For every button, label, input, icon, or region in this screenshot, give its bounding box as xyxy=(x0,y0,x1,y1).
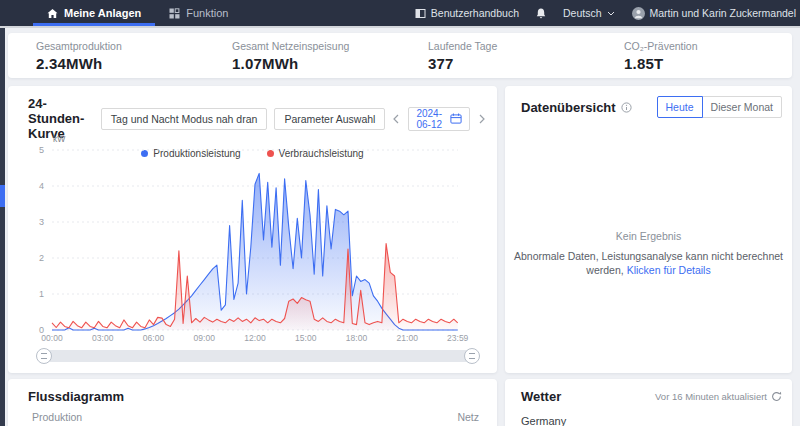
stat-value: 1.85T xyxy=(624,55,792,72)
stat-label: Gesamtproduktion xyxy=(36,40,204,52)
navbar-divider xyxy=(0,26,800,28)
svg-text:21:00: 21:00 xyxy=(397,333,419,343)
weather-panel: Wetter Vor 16 Minuten aktualisiert Germa… xyxy=(505,379,792,426)
slider-handle-right[interactable] xyxy=(464,348,480,364)
summary-stats-card: Gesamtproduktion 2.34MWh Gesamt Netzeins… xyxy=(8,33,792,78)
svg-text:1: 1 xyxy=(39,289,44,299)
info-icon[interactable] xyxy=(621,102,632,113)
stat-total-production: Gesamtproduktion 2.34MWh xyxy=(8,40,204,72)
svg-text:09:00: 09:00 xyxy=(194,333,216,343)
date-picker[interactable]: 2024-06-12 xyxy=(408,107,470,131)
stat-value: 377 xyxy=(428,55,596,72)
date-value: 2024-06-12 xyxy=(416,108,442,130)
day-night-mode-button[interactable]: Tag und Nacht Modus nah dran xyxy=(101,108,268,130)
curve-chart[interactable]: 012345kW00:0003:0006:0009:0012:0015:0018… xyxy=(18,133,494,345)
drag-handle-icon xyxy=(41,353,47,359)
chart-zoom-slider[interactable] xyxy=(36,348,480,364)
flow-grid-label: Netz xyxy=(431,411,479,423)
book-icon xyxy=(415,8,426,19)
user-name: Martin und Karin Zuckermandel xyxy=(650,7,796,19)
drag-handle-icon xyxy=(469,353,475,359)
flow-diagram-panel: Flussdiagramm Produktion 3.66kW Netz 963… xyxy=(8,379,497,426)
language-selector[interactable]: Deutsch xyxy=(563,7,615,19)
panel-title: Wetter xyxy=(521,389,561,404)
parameter-select-button[interactable]: Parameter Auswahl xyxy=(274,108,385,130)
svg-text:15:00: 15:00 xyxy=(295,333,317,343)
next-day-button[interactable] xyxy=(477,114,486,124)
svg-text:12:00: 12:00 xyxy=(244,333,266,343)
svg-text:18:00: 18:00 xyxy=(346,333,368,343)
tab-label: Funktion xyxy=(186,7,228,19)
avatar xyxy=(632,7,645,20)
data-overview-panel: Datenübersicht Heute Dieser Monat Kein E… xyxy=(505,86,792,373)
top-navbar: Meine Anlagen Funktion Benutzerh xyxy=(0,0,800,26)
flow-production-label: Produktion xyxy=(32,411,82,423)
scroll-rail-thumb[interactable] xyxy=(0,185,5,207)
tab-dieser-monat[interactable]: Dieser Monat xyxy=(702,96,782,118)
svg-text:kW: kW xyxy=(53,134,65,144)
user-menu[interactable]: Martin und Karin Zuckermandel xyxy=(632,7,796,20)
flow-production: Produktion 3.66kW xyxy=(32,411,82,426)
curve-panel: 24-Stunden-Kurve Tag und Nacht Modus nah… xyxy=(8,86,497,373)
slider-handle-left[interactable] xyxy=(36,348,52,364)
weather-updated-label: Vor 16 Minuten aktualisiert xyxy=(655,391,767,402)
apps-grid-icon xyxy=(169,8,180,19)
navbar-actions: Benutzerhandbuch Deutsch xyxy=(415,7,800,20)
bell-icon xyxy=(536,8,546,19)
svg-text:3: 3 xyxy=(39,217,44,227)
stat-value: 1.07MWh xyxy=(232,55,400,72)
empty-state-title: Kein Ergebnis xyxy=(513,230,784,242)
scroll-rail[interactable] xyxy=(0,28,5,426)
previous-day-button[interactable] xyxy=(392,114,401,124)
tab-funktion[interactable]: Funktion xyxy=(155,0,242,26)
stat-total-feed-in: Gesamt Netzeinspeisung 1.07MWh xyxy=(204,40,400,72)
svg-text:23:59: 23:59 xyxy=(447,333,469,343)
svg-text:4: 4 xyxy=(39,181,44,191)
weather-location: Germany xyxy=(505,404,792,426)
weather-updated: Vor 16 Minuten aktualisiert xyxy=(655,391,782,402)
user-manual-link[interactable]: Benutzerhandbuch xyxy=(415,7,519,19)
stat-running-days: Laufende Tage 377 xyxy=(400,40,596,72)
chevron-right-icon xyxy=(478,114,485,124)
notifications-button[interactable] xyxy=(536,8,546,19)
slider-track[interactable] xyxy=(43,350,473,362)
tab-meine-anlagen[interactable]: Meine Anlagen xyxy=(33,0,155,26)
tab-label: Meine Anlagen xyxy=(64,7,141,19)
stat-co2-prevention: CO₂-Prävention 1.85T xyxy=(596,40,792,72)
stat-label: CO₂-Prävention xyxy=(624,40,792,52)
svg-text:2: 2 xyxy=(39,253,44,263)
details-link[interactable]: Klicken für Details xyxy=(627,264,711,276)
calendar-icon xyxy=(450,113,462,124)
stat-value: 2.34MWh xyxy=(36,55,204,72)
svg-text:5: 5 xyxy=(39,145,44,155)
flow-grid: Netz 963.00W xyxy=(431,411,479,426)
svg-text:03:00: 03:00 xyxy=(92,333,114,343)
navbar-tabs: Meine Anlagen Funktion xyxy=(0,0,242,26)
svg-text:00:00: 00:00 xyxy=(41,333,63,343)
language-label: Deutsch xyxy=(563,7,602,19)
panel-title: Datenübersicht xyxy=(521,100,616,115)
chevron-down-icon xyxy=(607,11,615,16)
refresh-icon[interactable] xyxy=(771,391,782,402)
stat-label: Gesamt Netzeinspeisung xyxy=(232,40,400,52)
panel-title: Flussdiagramm xyxy=(28,389,481,404)
svg-text:06:00: 06:00 xyxy=(143,333,165,343)
empty-state: Kein Ergebnis Abnormale Daten, Leistungs… xyxy=(513,230,784,277)
user-manual-label: Benutzerhandbuch xyxy=(431,7,519,19)
home-icon xyxy=(47,8,58,19)
overview-period-tabs: Heute Dieser Monat xyxy=(657,96,782,118)
stat-label: Laufende Tage xyxy=(428,40,596,52)
chevron-left-icon xyxy=(393,114,400,124)
tab-heute[interactable]: Heute xyxy=(657,96,703,118)
